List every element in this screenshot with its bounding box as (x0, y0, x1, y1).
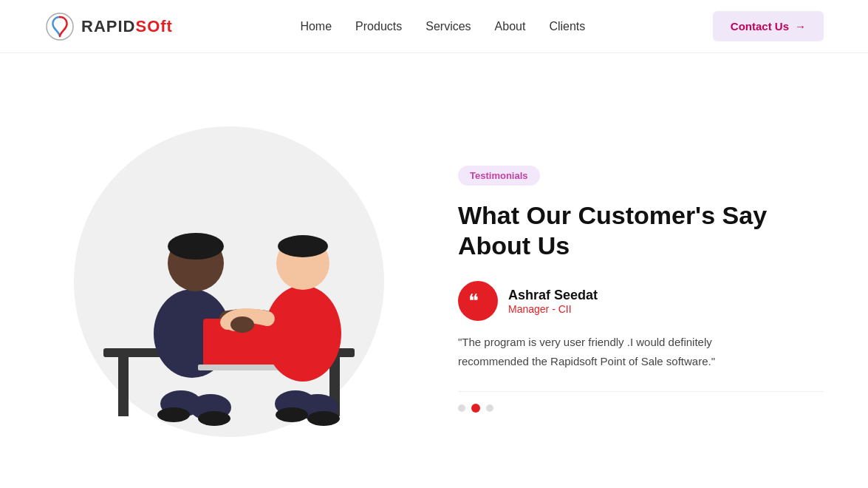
dot-3[interactable] (486, 404, 493, 412)
carousel-dots (458, 404, 824, 413)
nav-link-services[interactable]: Services (426, 20, 471, 33)
nav-item-about[interactable]: About (495, 20, 526, 33)
nav-link-about[interactable]: About (495, 20, 526, 33)
reviewer-name: Ashraf Seedat (508, 288, 598, 303)
testimonials-badge: Testimonials (458, 166, 540, 186)
logo-soft-text: SOft (135, 17, 172, 35)
illustration-svg (59, 119, 399, 444)
testimonial-heading: What Our Customer's Say About Us (458, 200, 824, 261)
svg-point-13 (264, 285, 341, 382)
illustration-container (44, 112, 414, 452)
svg-point-9 (157, 407, 190, 422)
svg-point-17 (230, 316, 254, 333)
reviewer-row: ❝ Ashraf Seedat Manager - CII (458, 281, 824, 321)
nav-item-services[interactable]: Services (426, 20, 471, 33)
contact-label: Contact Us (731, 20, 789, 33)
dot-2[interactable] (471, 404, 480, 413)
dot-1[interactable] (458, 404, 465, 412)
contact-us-button[interactable]: Contact Us → (713, 11, 824, 41)
reviewer-info: Ashraf Seedat Manager - CII (508, 288, 598, 315)
logo-rapid-text: RAPID (81, 17, 135, 35)
reviewer-avatar: ❝ (458, 281, 498, 321)
nav-link-products[interactable]: Products (355, 20, 402, 33)
svg-point-15 (278, 235, 328, 257)
svg-rect-12 (198, 365, 284, 370)
quote-icon: ❝ (468, 293, 488, 309)
navbar: RAPIDSOft Home Products Services About C… (0, 0, 868, 53)
svg-point-21 (307, 411, 340, 426)
main-content: Testimonials What Our Customer's Say Abo… (0, 53, 868, 488)
contact-arrow-icon: → (795, 20, 806, 33)
nav-item-clients[interactable]: Clients (549, 20, 585, 33)
logo-icon (44, 11, 75, 42)
nav-item-products[interactable]: Products (355, 20, 402, 33)
svg-point-6 (168, 233, 224, 260)
testimonial-quote: "The program is very user friendly .I wo… (458, 333, 776, 370)
testimonial-section: Testimonials What Our Customer's Say Abo… (458, 151, 824, 413)
reviewer-title: Manager - CII (508, 303, 598, 315)
nav-link-home[interactable]: Home (300, 20, 332, 33)
section-divider (458, 391, 824, 392)
svg-point-10 (198, 411, 230, 426)
svg-text:❝: ❝ (468, 293, 479, 309)
nav-item-home[interactable]: Home (300, 20, 332, 33)
svg-point-20 (276, 407, 308, 422)
nav-link-clients[interactable]: Clients (549, 20, 585, 33)
nav-links: Home Products Services About Clients (300, 20, 585, 33)
svg-rect-2 (118, 357, 129, 416)
logo[interactable]: RAPIDSOft (44, 11, 173, 42)
